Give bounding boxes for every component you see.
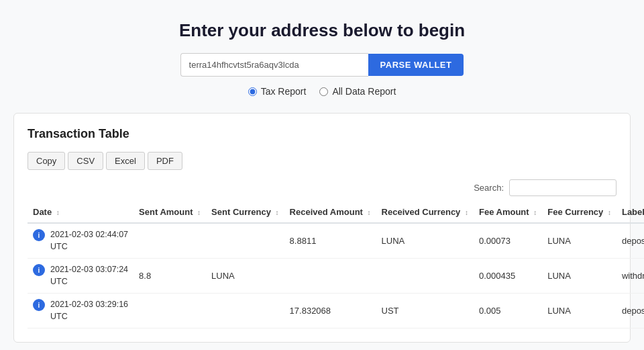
cell-sent-currency-2	[206, 294, 284, 329]
table-header-row: Date ↕ Sent Amount ↕ Sent Currency ↕ Rec…	[28, 202, 644, 223]
cell-received-currency-0: LUNA	[376, 223, 474, 259]
tax-report-label: Tax Report	[261, 86, 307, 97]
cell-fee-amount-1: 0.000435	[474, 259, 542, 294]
row-icon-0: i	[33, 229, 45, 241]
sort-icon-received-currency: ↕	[465, 209, 468, 216]
cell-received-amount-0: 8.8811	[284, 223, 376, 259]
cell-sent-amount-1: 8.8	[133, 259, 206, 294]
tax-report-radio-label[interactable]: Tax Report	[248, 86, 307, 97]
sort-icon-sent-amount: ↕	[197, 209, 201, 216]
search-row: Search:	[28, 179, 616, 196]
address-input[interactable]	[180, 53, 368, 77]
report-type-radio-group: Tax Report All Data Report	[13, 86, 631, 97]
cell-sent-amount-0	[133, 223, 206, 259]
tax-report-radio[interactable]	[248, 87, 257, 96]
address-input-row: PARSE WALLET	[13, 53, 631, 77]
cell-date-1: i 2021-02-03 03:07:24UTC	[28, 259, 133, 294]
col-header-received-currency[interactable]: Received Currency ↕	[376, 202, 474, 223]
col-header-received-amount[interactable]: Received Amount ↕	[284, 202, 376, 223]
sort-icon-fee-currency: ↕	[608, 209, 611, 216]
col-header-date[interactable]: Date ↕	[28, 202, 133, 223]
table-row: i 2021-02-03 03:29:16UTC 17.832068 UST 0…	[28, 294, 644, 329]
sort-icon-date: ↕	[56, 209, 60, 216]
cell-label-0: deposit	[616, 223, 644, 259]
cell-fee-currency-1: LUNA	[542, 259, 616, 294]
cell-fee-currency-0: LUNA	[542, 223, 616, 259]
cell-sent-currency-1: LUNA	[206, 259, 284, 294]
date-text-0: 2021-02-03 02:44:07UTC	[50, 229, 128, 253]
cell-fee-currency-2: LUNA	[542, 294, 616, 329]
cell-sent-amount-2	[133, 294, 206, 329]
col-header-fee-amount[interactable]: Fee Amount ↕	[474, 202, 542, 223]
copy-button[interactable]: Copy	[28, 152, 65, 170]
table-row: i 2021-02-03 02:44:07UTC 8.8811 LUNA 0.0…	[28, 223, 644, 259]
all-data-report-radio[interactable]	[319, 87, 328, 96]
cell-label-2: deposit	[616, 294, 644, 329]
col-header-sent-currency[interactable]: Sent Currency ↕	[206, 202, 284, 223]
all-data-report-radio-label[interactable]: All Data Report	[319, 86, 396, 97]
excel-button[interactable]: Excel	[106, 152, 145, 170]
cell-received-currency-1	[376, 259, 474, 294]
cell-date-2: i 2021-02-03 03:29:16UTC	[28, 294, 133, 329]
cell-sent-currency-0	[206, 223, 284, 259]
cell-fee-amount-0: 0.00073	[474, 223, 542, 259]
cell-fee-amount-2: 0.005	[474, 294, 542, 329]
row-icon-1: i	[33, 264, 45, 276]
cell-label-1: withdraw	[616, 259, 644, 294]
search-label: Search:	[474, 183, 504, 193]
date-text-2: 2021-02-03 03:29:16UTC	[50, 299, 128, 322]
table-body: i 2021-02-03 02:44:07UTC 8.8811 LUNA 0.0…	[28, 223, 644, 329]
pdf-button[interactable]: PDF	[148, 152, 182, 170]
sort-icon-received-amount: ↕	[368, 209, 371, 216]
table-section-title: Transaction Table	[28, 127, 616, 141]
all-data-report-label: All Data Report	[332, 86, 396, 97]
row-icon-2: i	[33, 299, 45, 311]
col-header-sent-amount[interactable]: Sent Amount ↕	[133, 202, 206, 223]
col-header-fee-currency[interactable]: Fee Currency ↕	[542, 202, 616, 223]
col-header-label[interactable]: Label ↕	[616, 202, 644, 223]
cell-received-amount-2: 17.832068	[284, 294, 376, 329]
toolbar: Copy CSV Excel PDF	[28, 152, 616, 170]
search-input[interactable]	[509, 179, 616, 196]
cell-received-currency-2: UST	[376, 294, 474, 329]
header-section: Enter your address below to begin PARSE …	[13, 20, 631, 97]
sort-icon-sent-currency: ↕	[276, 209, 279, 216]
csv-button[interactable]: CSV	[68, 152, 103, 170]
date-text-1: 2021-02-03 03:07:24UTC	[50, 264, 128, 288]
transaction-table-card: Transaction Table Copy CSV Excel PDF Sea…	[13, 113, 631, 343]
cell-date-0: i 2021-02-03 02:44:07UTC	[28, 223, 133, 259]
cell-received-amount-1	[284, 259, 376, 294]
table-row: i 2021-02-03 03:07:24UTC 8.8 LUNA 0.0004…	[28, 259, 644, 294]
sort-icon-fee-amount: ↕	[533, 209, 537, 216]
page-title: Enter your address below to begin	[13, 20, 631, 41]
parse-wallet-button[interactable]: PARSE WALLET	[368, 54, 464, 76]
transaction-table: Date ↕ Sent Amount ↕ Sent Currency ↕ Rec…	[28, 202, 644, 329]
